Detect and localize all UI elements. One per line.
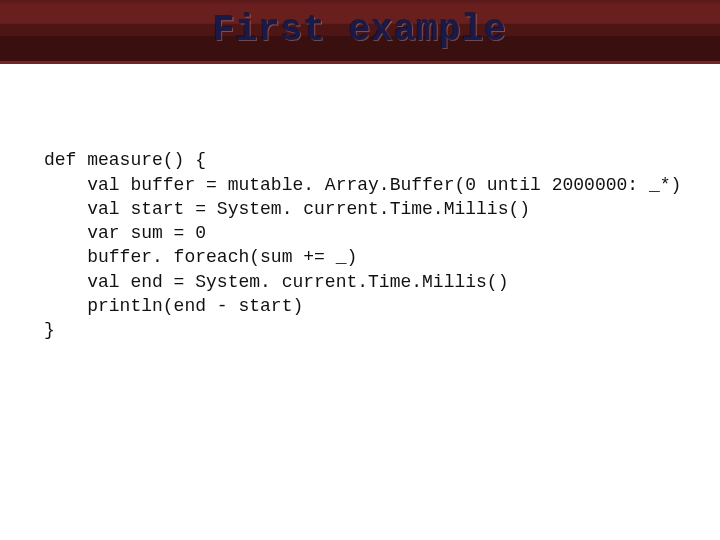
code-line: println(end - start) [44, 296, 303, 316]
code-line: val start = System. current.Time.Millis(… [44, 199, 530, 219]
code-line: } [44, 320, 55, 340]
code-line: def measure() { [44, 150, 206, 170]
code-line: val end = System. current.Time.Millis() [44, 272, 508, 292]
code-line: buffer. foreach(sum += _) [44, 247, 357, 267]
slide-header: First example [0, 0, 720, 64]
slide-title: First example [213, 10, 507, 51]
code-example: def measure() { val buffer = mutable. Ar… [44, 124, 720, 343]
code-line: var sum = 0 [44, 223, 206, 243]
code-line: val buffer = mutable. Array.Buffer(0 unt… [44, 175, 681, 195]
